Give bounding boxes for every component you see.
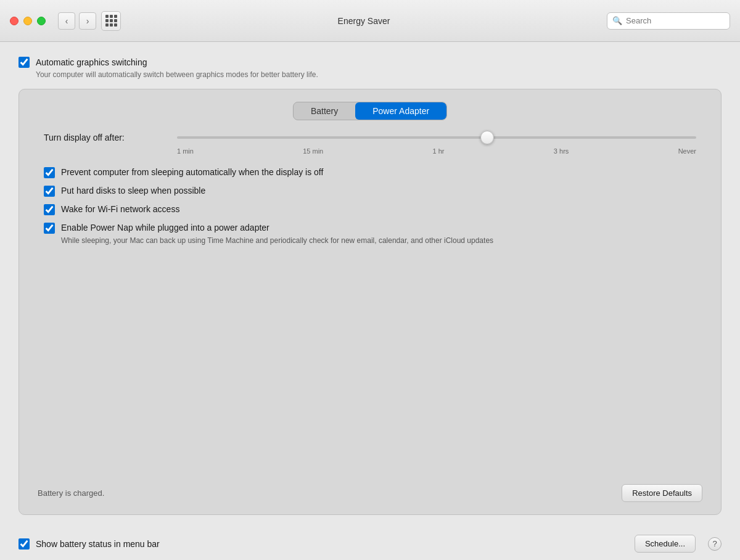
close-button[interactable] bbox=[10, 17, 18, 25]
bottom-bar: Show battery status in menu bar Schedule… bbox=[0, 527, 740, 560]
power-nap-label: Enable Power Nap while plugged into a po… bbox=[61, 223, 269, 233]
search-input[interactable] bbox=[626, 16, 725, 25]
wifi-wake-checkbox[interactable] bbox=[44, 204, 55, 215]
settings-panel: Battery Power Adapter Turn display off a… bbox=[18, 89, 722, 515]
tab-power-adapter[interactable]: Power Adapter bbox=[355, 102, 446, 120]
option-wifi-wake-row: Wake for Wi-Fi network access bbox=[44, 204, 696, 215]
wifi-wake-label: Wake for Wi-Fi network access bbox=[61, 204, 179, 214]
auto-graphics-checkbox-wrapper[interactable] bbox=[18, 57, 30, 68]
slider-mark-3hrs: 3 hrs bbox=[554, 147, 569, 155]
auto-graphics-option: Automatic graphics switching Your comput… bbox=[18, 57, 722, 79]
option-prevent-sleep: Prevent computer from sleeping automatic… bbox=[44, 167, 696, 178]
slider-mark-1min: 1 min bbox=[177, 147, 194, 155]
wifi-wake-checkbox-wrapper[interactable] bbox=[44, 204, 55, 215]
search-box[interactable]: 🔍 bbox=[607, 12, 730, 30]
panel-footer: Battery is charged. Restore Defaults bbox=[38, 484, 702, 502]
show-battery-checkbox[interactable] bbox=[18, 538, 30, 550]
slider-mark-1hr: 1 hr bbox=[433, 147, 445, 155]
prevent-sleep-checkbox-wrapper[interactable] bbox=[44, 167, 55, 178]
traffic-lights bbox=[10, 17, 46, 25]
tab-segmented-control: Battery Power Adapter bbox=[293, 102, 447, 120]
grid-button[interactable] bbox=[101, 11, 121, 31]
slider-mark-never: Never bbox=[678, 147, 696, 155]
prevent-sleep-checkbox[interactable] bbox=[44, 167, 55, 178]
slider-label: Turn display off after: bbox=[44, 133, 167, 142]
hard-disk-sleep-label: Put hard disks to sleep when possible bbox=[61, 186, 205, 196]
bottom-right-controls: Schedule... ? bbox=[635, 535, 722, 553]
option-wifi-wake: Wake for Wi-Fi network access bbox=[44, 204, 696, 215]
slider-wrapper bbox=[177, 136, 696, 139]
option-power-nap-row: Enable Power Nap while plugged into a po… bbox=[44, 223, 696, 234]
minimize-button[interactable] bbox=[23, 17, 32, 25]
nav-buttons: ‹ › bbox=[58, 12, 96, 30]
slider-marks: 1 min 15 min 1 hr 3 hrs Never bbox=[177, 147, 696, 155]
maximize-button[interactable] bbox=[37, 17, 46, 25]
auto-graphics-row: Automatic graphics switching bbox=[18, 57, 722, 68]
grid-icon bbox=[105, 15, 117, 27]
option-hard-disk-sleep-row: Put hard disks to sleep when possible bbox=[44, 186, 696, 197]
options-list: Prevent computer from sleeping automatic… bbox=[38, 167, 702, 246]
schedule-button[interactable]: Schedule... bbox=[635, 535, 696, 553]
tab-battery[interactable]: Battery bbox=[294, 102, 355, 120]
display-sleep-slider[interactable] bbox=[177, 136, 696, 139]
back-button[interactable]: ‹ bbox=[58, 12, 75, 30]
help-button[interactable]: ? bbox=[708, 537, 722, 551]
search-icon: 🔍 bbox=[612, 16, 622, 25]
option-hard-disk-sleep: Put hard disks to sleep when possible bbox=[44, 186, 696, 197]
battery-status: Battery is charged. bbox=[38, 488, 104, 498]
forward-button[interactable]: › bbox=[79, 12, 96, 30]
power-nap-desc: While sleeping, your Mac can back up usi… bbox=[61, 235, 696, 246]
option-power-nap: Enable Power Nap while plugged into a po… bbox=[44, 223, 696, 246]
power-nap-checkbox[interactable] bbox=[44, 223, 55, 234]
main-content: Automatic graphics switching Your comput… bbox=[0, 42, 740, 527]
prevent-sleep-label: Prevent computer from sleeping automatic… bbox=[61, 167, 323, 177]
display-sleep-slider-section: Turn display off after: 1 min 15 min 1 h… bbox=[38, 133, 702, 155]
show-battery-label: Show battery status in menu bar bbox=[36, 539, 160, 549]
hard-disk-sleep-checkbox[interactable] bbox=[44, 186, 55, 197]
auto-graphics-label: Automatic graphics switching bbox=[36, 57, 147, 67]
titlebar: ‹ › Energy Saver 🔍 bbox=[0, 0, 740, 42]
power-nap-checkbox-wrapper[interactable] bbox=[44, 223, 55, 234]
hard-disk-sleep-checkbox-wrapper[interactable] bbox=[44, 186, 55, 197]
show-battery-checkbox-wrapper[interactable] bbox=[18, 538, 30, 550]
slider-label-row: Turn display off after: bbox=[44, 133, 696, 142]
show-battery-row: Show battery status in menu bar bbox=[18, 538, 160, 550]
auto-graphics-checkbox[interactable] bbox=[18, 57, 30, 68]
window-title: Energy Saver bbox=[121, 16, 607, 26]
option-prevent-sleep-row: Prevent computer from sleeping automatic… bbox=[44, 167, 696, 178]
auto-graphics-desc: Your computer will automatically switch … bbox=[36, 70, 722, 79]
slider-mark-15min: 15 min bbox=[303, 147, 323, 155]
restore-defaults-button[interactable]: Restore Defaults bbox=[622, 484, 702, 502]
